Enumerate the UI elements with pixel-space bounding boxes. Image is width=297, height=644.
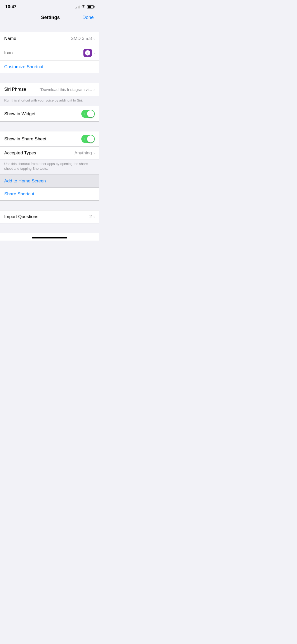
home-indicator [32,237,67,238]
accepted-types-value: Anything [74,150,92,156]
done-button[interactable]: Done [82,15,94,20]
siri-note: Run this shortcut with your voice by add… [0,96,99,106]
icon-row[interactable]: Icon ✓ › [0,45,99,61]
wifi-icon [81,5,86,9]
nav-title: Settings [18,15,82,20]
icon-label: Icon [4,50,13,56]
icon-chevron-icon: › [93,51,95,55]
siri-phrase-value: "Download this Instagram vi... [40,87,92,92]
name-chevron-icon: › [93,36,95,41]
section-gap-3 [0,122,99,131]
status-time: 10:47 [5,4,16,10]
status-bar: 10:47 [0,0,99,12]
show-widget-row[interactable]: Show in Widget I [0,106,99,121]
import-questions-label: Import Questions [4,214,38,219]
accepted-types-chevron-icon: › [93,151,95,155]
import-questions-chevron-icon: › [93,214,95,219]
share-shortcut-label: Share Shortcut [4,191,34,196]
toggle-knob [87,110,94,117]
icon-preview: ✓ [83,49,92,57]
import-questions-value-container: 2 › [89,214,95,219]
show-widget-label: Show in Widget [4,111,35,117]
name-row[interactable]: Name SMD 3.5.8 › [0,32,99,45]
siri-phrase-value-container: "Download this Instagram vi... › [40,87,95,92]
siri-chevron-icon: › [93,87,95,92]
show-share-sheet-label: Show in Share Sheet [4,136,46,142]
customize-shortcut-row[interactable]: Customize Shortcut... [0,61,99,73]
import-section: Import Questions 2 › [0,210,99,223]
show-share-sheet-row[interactable]: Show in Share Sheet I [0,131,99,146]
accepted-types-label: Accepted Types [4,150,36,156]
name-value: SMD 3.5.8 [71,36,92,41]
home-indicator-container [0,233,99,241]
customize-shortcut-label: Customize Shortcut... [4,64,47,69]
name-label: Name [4,36,16,41]
section-gap-5 [0,223,99,233]
status-icons [76,5,94,9]
signal-bars-icon [76,5,80,8]
widget-section: Show in Widget I [0,106,99,122]
name-icon-section: Name SMD 3.5.8 › Icon ✓ › Customize Shor… [0,32,99,73]
name-value-container: SMD 3.5.8 › [71,36,95,41]
toggle-on-label-2: I [84,137,84,141]
import-questions-value: 2 [89,214,92,219]
icon-value-container: ✓ › [83,49,95,57]
show-widget-toggle[interactable]: I [81,110,95,118]
import-questions-row[interactable]: Import Questions 2 › [0,210,99,223]
toggle-knob-2 [87,135,94,142]
section-gap-2 [0,73,99,83]
section-gap-4 [0,201,99,210]
toggle-on-label: I [84,112,84,116]
siri-widget-section: Siri Phrase "Download this Instagram vi.… [0,83,99,96]
add-to-home-screen-row[interactable]: Add to Home Screen [0,175,99,187]
share-sheet-section: Show in Share Sheet I Accepted Types Any… [0,131,99,159]
siri-phrase-row[interactable]: Siri Phrase "Download this Instagram vi.… [0,83,99,96]
home-share-section: Add to Home Screen Share Shortcut [0,174,99,201]
nav-bar: Settings Done [0,12,99,22]
share-note: Use this shortcut from other apps by ope… [0,159,99,174]
checkmark-icon: ✓ [86,51,89,55]
accepted-types-row[interactable]: Accepted Types Anything › [0,146,99,159]
show-share-sheet-toggle[interactable]: I [81,135,95,143]
siri-phrase-label: Siri Phrase [4,87,26,92]
add-to-home-screen-label: Add to Home Screen [4,178,46,183]
section-gap-1 [0,22,99,32]
share-shortcut-row[interactable]: Share Shortcut [0,187,99,200]
accepted-types-value-container: Anything › [74,150,95,156]
battery-icon [87,5,94,8]
